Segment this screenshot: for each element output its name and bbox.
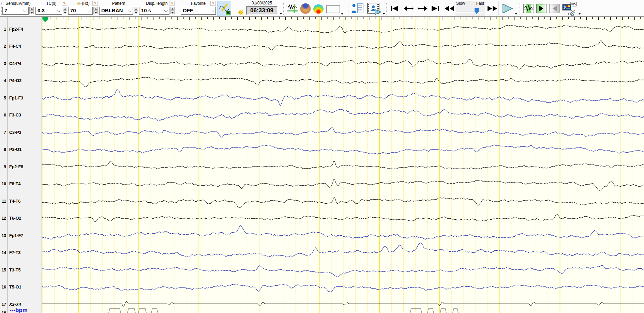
play-segment-button[interactable] [536,3,548,14]
video-clip-button[interactable] [562,1,578,16]
electrode-map-button[interactable] [233,1,246,16]
speed-slider[interactable]: Slow Fast [455,1,485,16]
skip-to-start-button[interactable] [389,4,401,13]
channel-row[interactable]: 14F7-T3 [0,250,42,255]
spinner [134,7,138,15]
channel-label: F3-C3 [9,113,21,118]
channel-row[interactable]: 2F4-C4 [0,44,42,49]
spinner-down-button[interactable] [63,11,67,15]
edit-pencil-icon[interactable]: ✎ [92,1,98,6]
channel-row[interactable]: 10F8-T4 [0,181,42,187]
speed-slider-track[interactable] [457,11,483,13]
channel-row[interactable]: 1Fp2-F4 [0,27,42,32]
patient-report-button[interactable] [350,2,365,15]
spinner-up-button[interactable] [170,7,175,11]
main-toolbar: Sens(uV/mm)7TC(s)✎0.3HF(Hz)✎70PatternDBL… [0,0,644,16]
edit-pencil-icon[interactable]: ✎ [62,1,67,6]
channel-number: 11 [0,199,6,204]
combo-tc-s-[interactable]: 0.3 [35,7,62,15]
edit-pencil-icon[interactable]: ✎ [210,1,216,6]
eeg-trace-canvas[interactable] [42,17,644,313]
channel-row[interactable]: 5Fp1-F3 [0,95,42,101]
clip-dropdown-arrow[interactable] [578,13,581,15]
video-dropdown-arrow[interactable] [383,13,385,15]
toolbar-grip[interactable] [1,2,2,15]
channel-row[interactable]: 11T4-T6 [0,199,42,204]
step-forward-button[interactable] [416,4,429,13]
channel-number: 17 [0,302,6,307]
play-dropdown-arrow[interactable] [515,13,518,15]
channel-label: Fp1-F7 [9,233,23,238]
channel-label: T3-T5 [9,268,20,272]
edit-pencil-icon[interactable]: ✎ [169,1,175,6]
combo-value: DBLBAN [101,7,123,13]
channel-row[interactable]: 17X3-X4 [0,302,42,307]
channel-label: T6-O2 [9,216,21,221]
play-button[interactable] [500,3,515,14]
wave-segment-button[interactable] [523,3,535,14]
combo-value: 70 [70,7,76,13]
spinner-down-button[interactable] [170,11,175,15]
time-display[interactable]: 06:33:09 [246,6,278,15]
channel-label: Fp2-F8 [9,165,23,169]
channel-number: 9 [0,165,6,169]
speed-slider-thumb[interactable] [475,8,479,14]
combo-pattern[interactable]: DBLBAN [99,7,133,15]
chevron-down-icon [24,9,27,12]
datetime-dropdown-arrow[interactable] [280,13,282,15]
channel-row[interactable]: 12T6-O2 [0,216,42,221]
date-label: 01/08/2025 [246,1,278,5]
skip-to-end-button[interactable] [429,4,441,13]
notch-frequency-badge: 50 [226,11,230,15]
spectrogram-button[interactable] [325,4,341,14]
fast-forward-button[interactable] [486,4,498,13]
channel-number: 3 [0,61,6,66]
field-pattern: PatternDBLBAN [99,1,138,15]
channel-row[interactable]: 16T5-O1 [0,284,42,290]
video-review-button[interactable] [365,2,383,16]
topo-map-icon [313,4,324,14]
channel-row[interactable]: 7C3-P3 [0,130,42,135]
field-sens-uv-mm-: Sens(uV/mm)7 [2,1,34,15]
head-3d-button[interactable] [299,2,312,15]
field-label: TC(s) [46,1,57,6]
film-scissors-icon [562,2,577,16]
combo-disp-length[interactable]: 10 s [139,7,169,15]
spectrogram-icon [326,5,340,13]
eeg-event-button[interactable] [286,2,299,15]
channel-label: F4-C4 [9,44,21,49]
channel-number: 15 [0,268,6,272]
channel-row[interactable]: 13Fp1-F7 [0,233,42,238]
step-back-button[interactable] [402,4,415,13]
channel-number: 18 [0,311,6,313]
channel-number: 10 [0,182,6,186]
field-label: Pattern [112,1,125,6]
spinner-down-button[interactable] [29,11,34,15]
channel-row[interactable]: 4P4-O2 [0,78,42,83]
combo-sens-uv-mm-[interactable]: 7 [2,7,29,15]
eeg-display-area: 1Fp2-F42F4-C43C4-P44P4-O25Fp1-F36F3-C37C… [0,16,644,313]
channel-number: 2 [0,44,6,49]
notch-filter-button[interactable]: 50 [218,1,231,16]
spinner-up-button[interactable] [134,7,138,11]
channel-row[interactable]: 8P3-O1 [0,147,42,152]
combo-hf-hz-[interactable]: 70 [68,7,93,15]
spinner [93,7,98,15]
spinner-down-button[interactable] [93,11,98,15]
trace-area[interactable] [42,17,644,313]
chevron-down-icon [211,9,214,12]
channel-row[interactable]: 6F3-C3 [0,112,42,118]
spinner-down-button[interactable] [134,11,138,15]
field-label: Disp. length [146,1,167,6]
analysis-dropdown-arrow[interactable] [341,13,344,15]
prev-segment-button[interactable] [549,3,560,14]
spinner-up-button[interactable] [63,7,67,11]
spinner-up-button[interactable] [93,7,98,11]
channel-row[interactable]: 15T3-T5 [0,267,42,273]
combo-favorite[interactable]: OFF [181,7,216,15]
topomap-button[interactable] [312,3,325,15]
rewind-button[interactable] [443,4,455,13]
channel-row[interactable]: 9Fp2-F8 [0,164,42,170]
channel-row[interactable]: 3C4-P4 [0,61,42,66]
spinner-up-button[interactable] [29,7,34,11]
